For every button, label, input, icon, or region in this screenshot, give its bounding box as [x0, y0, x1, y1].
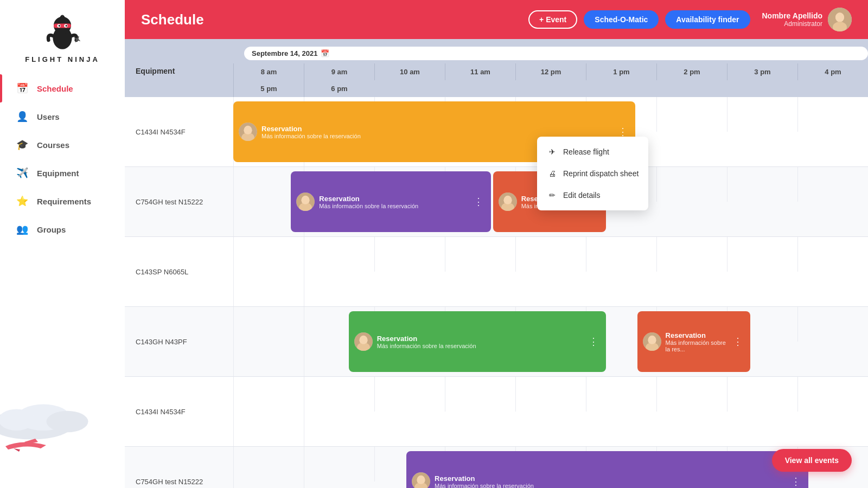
reprint-dispatch-menu-item[interactable]: 🖨 Reprint dispatch sheet	[537, 163, 648, 184]
reservation-title: Reservation	[435, 474, 784, 483]
time-slot-2pm: 2 pm	[656, 63, 727, 80]
release-flight-icon: ✈	[547, 146, 558, 157]
date-label-area: Equipment	[125, 44, 233, 97]
table-row: C143SP N6065L	[125, 237, 868, 307]
reservation-title: Reservation	[261, 125, 611, 133]
reprint-icon: 🖨	[547, 168, 558, 179]
reservation-title: Reservation	[666, 331, 727, 339]
svg-point-5	[59, 25, 60, 27]
page-title: Schedule	[141, 11, 528, 28]
reservation-block[interactable]: Reservation Más información sobre la res…	[637, 311, 751, 372]
sidebar: FLIGHT NINJA 📅 Schedule 👤 Users 🎓 Course…	[0, 0, 125, 488]
groups-icon: 👥	[15, 222, 29, 236]
sidebar-item-equipment-label: Equipment	[37, 169, 79, 178]
availability-finder-button[interactable]: Availability finder	[665, 10, 750, 29]
ninja-logo-icon	[41, 10, 84, 53]
calendar-icon: 📅	[321, 49, 329, 57]
sidebar-item-equipment[interactable]: ✈️ Equipment	[0, 159, 125, 187]
logo-area: FLIGHT NINJA	[0, 0, 125, 69]
time-slot-3pm: 3 pm	[727, 63, 797, 80]
user-role: Administrator	[762, 20, 823, 28]
date-bar: Equipment Septembre 14, 2021 📅 8 am 9 am…	[125, 39, 868, 97]
reservation-dots-menu[interactable]: ⋮	[789, 474, 803, 488]
release-flight-label: Release flight	[563, 147, 609, 156]
avatar[interactable]	[828, 8, 852, 31]
avatar	[239, 123, 257, 141]
svg-point-24	[302, 196, 310, 204]
reservation-title: Reservation	[377, 335, 583, 343]
equipment-cell: C143GH N43PF	[125, 338, 233, 346]
users-icon: 👤	[15, 110, 29, 124]
reservation-text: Reservation Más información sobre la res…	[666, 331, 727, 352]
add-event-button[interactable]: + Event	[528, 10, 577, 29]
reservation-subtitle: Más información sobre la reservación	[435, 483, 784, 489]
date-text: Septembre 14, 2021	[252, 49, 317, 57]
schedomatic-button[interactable]: Sched-O-Matic	[584, 10, 659, 29]
page-header: Schedule + Event Sched-O-Matic Availabil…	[125, 0, 868, 39]
sidebar-navigation: 📅 Schedule 👤 Users 🎓 Courses ✈️ Equipmen…	[0, 74, 125, 488]
svg-point-40	[417, 476, 425, 484]
view-all-events-button[interactable]: View all events	[772, 449, 852, 472]
time-slot-11am: 11 am	[445, 63, 515, 80]
reservation-dots-menu[interactable]: ⋮	[731, 335, 745, 349]
svg-point-6	[66, 25, 67, 27]
avatar	[354, 332, 373, 351]
reservation-subtitle: Más información sobre la res...	[666, 339, 727, 352]
courses-icon: 🎓	[15, 138, 29, 152]
svg-point-32	[359, 336, 367, 344]
sidebar-item-users[interactable]: 👤 Users	[0, 102, 125, 131]
release-flight-menu-item[interactable]: ✈ Release flight	[537, 141, 648, 163]
schedule-content: Equipment Septembre 14, 2021 📅 8 am 9 am…	[125, 39, 868, 488]
sidebar-item-users-label: Users	[37, 112, 60, 121]
schedule-grid: C1434I N4534F Reservation Más informació…	[125, 97, 868, 488]
reservation-block[interactable]: Reservation Más información sobre la res…	[291, 171, 490, 232]
edit-details-menu-item[interactable]: ✏ Edit details	[537, 184, 648, 206]
edit-icon: ✏	[547, 190, 558, 201]
svg-point-16	[835, 13, 844, 22]
date-badge[interactable]: Septembre 14, 2021 📅	[244, 47, 868, 60]
time-slot-12pm: 12 pm	[515, 63, 586, 80]
sidebar-item-requirements[interactable]: ⭐ Requirements	[0, 187, 125, 215]
header-actions: + Event Sched-O-Matic Availability finde…	[528, 8, 852, 31]
equipment-cell: C754GH test N15222	[125, 198, 233, 206]
reservation-block[interactable]: Reservation Más información sobre la res…	[406, 451, 808, 488]
table-row: C1434I N4534F	[125, 377, 868, 447]
sidebar-item-schedule-label: Schedule	[37, 84, 73, 93]
time-cells: Reservation Más información sobre la res…	[233, 447, 868, 488]
equipment-column-header: Equipment	[136, 67, 244, 75]
sidebar-item-groups[interactable]: 👥 Groups	[0, 215, 125, 243]
reservation-title: Reservation	[319, 195, 467, 203]
time-headers: 8 am 9 am 10 am 11 am 12 pm 1 pm 2 pm 3 …	[233, 63, 868, 97]
avatar	[643, 332, 661, 351]
sidebar-item-groups-label: Groups	[37, 225, 66, 234]
reservation-dots-menu[interactable]: ⋮	[471, 195, 486, 209]
time-slot-1pm: 1 pm	[586, 63, 656, 80]
table-row: C1434I N4534F Reservation Más informació…	[125, 97, 868, 167]
user-profile-area: Nombre Apellido Administrator	[762, 8, 852, 31]
reprint-label: Reprint dispatch sheet	[563, 169, 639, 178]
svg-rect-2	[54, 24, 71, 28]
sidebar-item-requirements-label: Requirements	[37, 197, 91, 206]
time-slot-5pm: 5 pm	[233, 80, 304, 97]
equipment-cell: C754GH test N15222	[125, 478, 233, 486]
reservation-dots-menu[interactable]: ⋮	[586, 335, 601, 349]
requirements-icon: ⭐	[15, 194, 29, 208]
avatar	[499, 192, 517, 211]
equipment-icon: ✈️	[15, 166, 29, 180]
edit-label: Edit details	[563, 191, 600, 200]
user-name: Nombre Apellido	[762, 11, 823, 20]
equipment-cell: C143SP N6065L	[125, 268, 233, 276]
sidebar-item-schedule[interactable]: 📅 Schedule	[0, 74, 125, 102]
time-slot-8am: 8 am	[233, 63, 304, 80]
sidebar-item-courses[interactable]: 🎓 Courses	[0, 131, 125, 159]
main-area: Schedule + Event Sched-O-Matic Availabil…	[125, 0, 868, 488]
svg-point-36	[648, 336, 656, 344]
svg-point-28	[503, 196, 512, 204]
table-row: C143GH N43PF Reservation Más información…	[125, 307, 868, 377]
time-slot-10am: 10 am	[374, 63, 445, 80]
reservation-block[interactable]: Reservation Más información sobre la res…	[349, 311, 607, 372]
reservation-text: Reservation Más información sobre la res…	[435, 474, 784, 489]
avatar	[296, 192, 315, 211]
context-menu: ✈ Release flight 🖨 Reprint dispatch shee…	[537, 137, 648, 210]
reservation-text: Reservation Más información sobre la res…	[319, 195, 467, 209]
